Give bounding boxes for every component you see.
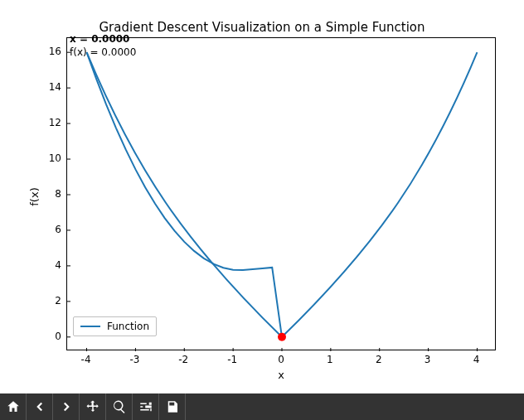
y-ticks	[67, 52, 70, 337]
x-tick-label: 0	[278, 354, 284, 365]
move-icon	[85, 399, 100, 414]
x-tick-label: 3	[425, 354, 431, 365]
configure-button[interactable]	[133, 393, 159, 420]
y-tick-label: 14	[49, 81, 61, 93]
marker-point	[278, 333, 286, 341]
zoom-button[interactable]	[106, 393, 133, 420]
x-tick-label: -1	[227, 354, 237, 365]
y-tick-label: 16	[49, 46, 61, 57]
legend-label: Function	[107, 321, 149, 332]
function-line-precise	[87, 52, 478, 337]
home-icon	[6, 399, 21, 414]
y-tick-label: 2	[55, 295, 61, 307]
x-tick-label: 1	[327, 354, 333, 365]
x-axis-label: x	[66, 369, 496, 381]
y-tick-label: 12	[49, 117, 61, 128]
y-tick-label: 8	[55, 188, 61, 200]
x-tick-label: 4	[473, 354, 480, 365]
arrow-left-icon	[32, 399, 47, 414]
x-tick-label: -2	[178, 354, 188, 365]
annotation-fx: f(x) = 0.0000	[70, 46, 136, 58]
forward-button[interactable]	[53, 393, 80, 420]
pan-button[interactable]	[80, 393, 106, 420]
y-tick-label: 4	[55, 259, 61, 271]
annotation-x: x = 0.0000	[70, 33, 129, 45]
matplotlib-toolbar	[0, 393, 524, 420]
function-line	[87, 52, 282, 337]
back-button[interactable]	[27, 393, 53, 420]
arrow-right-icon	[59, 399, 74, 414]
home-button[interactable]	[0, 393, 27, 420]
x-tick-label: 2	[376, 354, 382, 365]
save-button[interactable]	[159, 393, 186, 420]
legend: Function	[73, 316, 157, 336]
y-tick-label: 10	[49, 152, 61, 164]
y-tick-label: 0	[55, 331, 61, 342]
plot-svg	[67, 38, 497, 351]
sliders-icon	[138, 399, 153, 414]
figure: Gradient Descent Visualization on a Simp…	[0, 0, 524, 393]
y-tick-label: 6	[55, 224, 61, 235]
x-ticks	[87, 348, 478, 351]
save-icon	[165, 399, 180, 414]
y-axis-label: f(x)	[25, 0, 43, 393]
plot-area	[66, 37, 496, 350]
legend-swatch	[80, 326, 100, 327]
x-tick-label: -3	[129, 354, 139, 365]
x-tick-label: -4	[81, 354, 91, 365]
magnify-icon	[112, 399, 127, 414]
